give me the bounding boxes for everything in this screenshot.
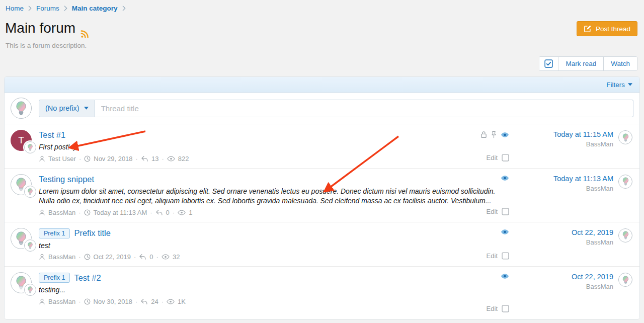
last-poster-avatar[interactable]: [618, 175, 632, 189]
edit-checkbox[interactable]: [502, 208, 509, 215]
prefix-select[interactable]: (No prefix): [39, 100, 95, 117]
post-thread-label: Post thread: [596, 25, 630, 33]
thread-author[interactable]: BassMan: [48, 298, 75, 305]
meta-separator: ·: [156, 253, 158, 261]
meta-separator: ·: [135, 298, 137, 305]
thread-date: Oct 22, 2019: [94, 253, 131, 261]
thread-date: Nov 29, 2018: [94, 155, 132, 163]
pencil-square-icon: [584, 25, 592, 33]
view-count: 1: [189, 209, 192, 216]
last-post-author[interactable]: BassMan: [518, 185, 613, 192]
last-post-date-link[interactable]: Oct 22, 2019: [518, 228, 613, 236]
last-poster-mini-avatar[interactable]: [24, 141, 36, 153]
edit-label: Edit: [487, 305, 498, 312]
thread-author-avatar-wrap: [11, 272, 39, 313]
breadcrumb-forums[interactable]: Forums: [36, 5, 59, 12]
thread-last-post: Oct 22, 2019 BassMan: [518, 272, 613, 313]
thread-meta: BassMan · Today at 11:13 AM · 0 · 1: [39, 209, 514, 216]
last-poster-avatar[interactable]: [618, 130, 632, 144]
filter-bar: Filters: [5, 77, 639, 93]
views-icon: [162, 254, 170, 260]
thread-author-avatar-wrap: [11, 174, 39, 216]
views-icon: [178, 210, 186, 215]
thread-prefix-badge[interactable]: Prefix 1: [39, 273, 70, 283]
reply-count: 13: [151, 155, 158, 163]
chevron-right-icon: [28, 6, 32, 11]
select-threads-button[interactable]: [539, 57, 558, 70]
forum-actions-group: Mark read Watch: [539, 56, 637, 71]
thread-main: Prefix 1 Prefix title test BassMan · Oct…: [39, 228, 518, 261]
clock-icon: [84, 155, 91, 162]
thread-edit-control: Edit: [487, 208, 509, 215]
thread-snippet: test: [39, 241, 514, 251]
forum-title-text: Main forum: [5, 20, 75, 36]
meta-separator: ·: [136, 155, 138, 163]
last-poster-mini-avatar[interactable]: [24, 239, 36, 252]
last-post-author[interactable]: BassMan: [518, 140, 613, 148]
last-post-author[interactable]: BassMan: [518, 283, 613, 290]
chevron-right-icon: [122, 6, 126, 11]
thread-author[interactable]: BassMan: [48, 209, 75, 216]
thread-title-link[interactable]: Test #1: [39, 130, 65, 140]
thread-author[interactable]: BassMan: [48, 253, 75, 261]
last-post-author[interactable]: BassMan: [518, 238, 613, 246]
thread-last-post: Oct 22, 2019 BassMan: [518, 228, 613, 261]
forum-description: This is a forum description.: [6, 42, 87, 49]
snippet-line-1: Lorem ipsum dolor sit amet, consectetur …: [39, 187, 514, 197]
lock-icon: [480, 131, 487, 138]
last-post-date-link[interactable]: Oct 22, 2019: [518, 273, 613, 281]
meta-separator: ·: [78, 298, 80, 305]
thread-main: Prefix 1 Test #2 testing... BassMan · No…: [39, 272, 518, 313]
thread-status-icons: [501, 229, 509, 235]
last-post-date-link[interactable]: Today at 11:13 AM: [518, 175, 613, 183]
thread-row: Testing snippet Lorem ipsum dolor sit am…: [5, 169, 639, 222]
edit-checkbox[interactable]: [502, 154, 509, 162]
edit-checkbox[interactable]: [502, 252, 509, 260]
thread-main: Test #1 First post! :) Test User · Nov 2…: [39, 130, 518, 163]
watching-eye-icon: [501, 175, 509, 181]
thread-date: Nov 30, 2018: [94, 298, 132, 305]
thread-title-input[interactable]: [95, 100, 633, 117]
last-poster-avatar[interactable]: [618, 273, 632, 287]
person-icon: [39, 155, 45, 162]
clock-icon: [84, 209, 91, 216]
thread-title-link[interactable]: Test #2: [74, 273, 101, 283]
last-poster-avatar-wrap: [613, 228, 632, 261]
last-poster-mini-avatar[interactable]: [24, 284, 36, 296]
rss-icon[interactable]: [80, 26, 89, 34]
last-post-date-link[interactable]: Today at 11:15 AM: [518, 130, 613, 138]
thread-title-link[interactable]: Prefix title: [74, 228, 110, 238]
thread-author[interactable]: Test User: [48, 155, 76, 163]
watch-button[interactable]: Watch: [603, 57, 637, 70]
edit-label: Edit: [487, 154, 498, 162]
quick-thread-row: (No prefix): [5, 93, 639, 124]
chevron-right-icon: [64, 6, 67, 11]
thread-meta: BassMan · Nov 30, 2018 · 24 · 1K: [39, 298, 514, 305]
post-thread-button[interactable]: Post thread: [577, 21, 637, 36]
thread-edit-control: Edit: [487, 305, 509, 312]
breadcrumb-home[interactable]: Home: [6, 5, 24, 12]
meta-separator: ·: [162, 155, 164, 163]
thread-title-link[interactable]: Testing snippet: [39, 175, 94, 184]
thread-snippet: testing...: [39, 285, 514, 295]
current-user-avatar[interactable]: [11, 98, 32, 119]
meta-separator: ·: [134, 253, 136, 261]
filters-button[interactable]: Filters: [606, 81, 632, 89]
snippet-line-2: Nulla odio ex, tincidunt nec nisl eget, …: [39, 196, 514, 206]
view-count: 32: [173, 253, 180, 261]
person-icon: [39, 298, 45, 305]
edit-label: Edit: [487, 252, 498, 260]
thread-prefix-badge[interactable]: Prefix 1: [39, 228, 70, 238]
thread-row: Prefix 1 Test #2 testing... BassMan · No…: [5, 267, 639, 319]
thread-status-icons: [501, 175, 509, 181]
edit-checkbox[interactable]: [502, 305, 509, 312]
caret-down-icon: [628, 83, 632, 86]
last-poster-mini-avatar[interactable]: [24, 186, 36, 198]
replies-icon: [139, 254, 146, 260]
quick-thread-field: (No prefix): [39, 100, 633, 117]
mark-read-button[interactable]: Mark read: [558, 57, 603, 70]
thread-date: Today at 11:13 AM: [94, 209, 147, 216]
last-poster-avatar[interactable]: [618, 228, 632, 243]
thread-snippet: First post! :): [39, 142, 514, 152]
breadcrumb-main-category[interactable]: Main category: [72, 5, 118, 12]
